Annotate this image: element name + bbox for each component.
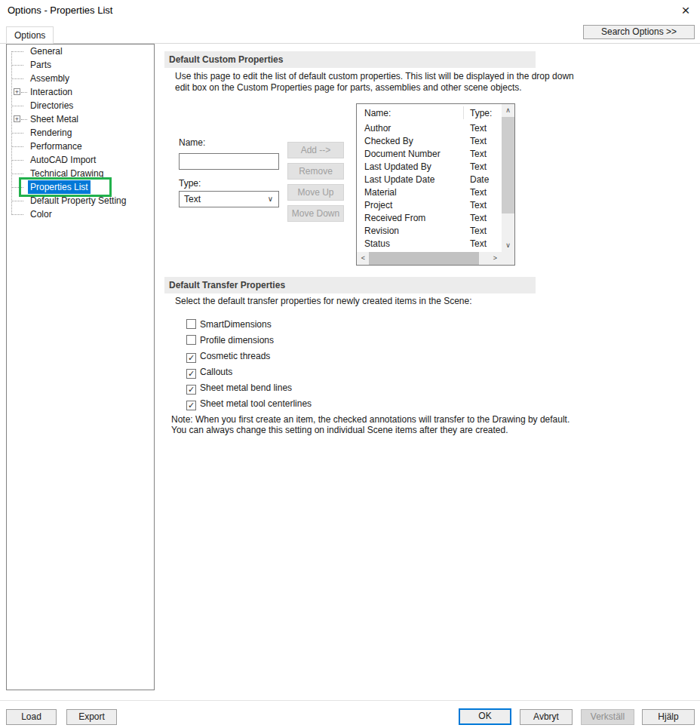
custom-properties-description: Use this page to edit the list of defaul… bbox=[175, 71, 574, 94]
checkbox-smartdimensions[interactable]: SmartDimensions bbox=[186, 319, 272, 331]
list-item[interactable]: Last Updated ByText bbox=[357, 161, 502, 174]
list-item[interactable]: Received FromText bbox=[357, 212, 502, 225]
tree-connector bbox=[12, 78, 23, 79]
vertical-scrollbar-thumb[interactable] bbox=[502, 117, 514, 213]
column-header-type: Type: bbox=[470, 104, 492, 122]
name-input[interactable] bbox=[179, 153, 279, 170]
note-text: Note: When you first create an item, the… bbox=[171, 414, 570, 435]
scroll-left-icon[interactable]: < bbox=[357, 252, 370, 265]
apply-button[interactable]: Verkställ bbox=[581, 709, 634, 725]
checkbox-box[interactable]: ✓ bbox=[186, 401, 196, 410]
note-line: Note: When you first create an item, the… bbox=[171, 414, 570, 425]
vertical-scrollbar[interactable]: ∧ ∨ bbox=[502, 104, 514, 252]
expand-plus-icon[interactable]: + bbox=[14, 115, 20, 122]
sidebar-item-autocad-import[interactable]: AutoCAD Import bbox=[7, 153, 154, 167]
listbox-header: Name: Type: bbox=[357, 104, 502, 122]
help-button[interactable]: Hjälp bbox=[642, 709, 695, 725]
list-item-type: Text bbox=[470, 238, 487, 250]
scroll-up-icon[interactable]: ∧ bbox=[502, 104, 514, 117]
checkbox-sheet-metal-tool-centerlines[interactable]: ✓Sheet metal tool centerlines bbox=[186, 398, 312, 410]
listbox-rows: AuthorText Checked ByText Document Numbe… bbox=[357, 122, 502, 250]
type-label: Type: bbox=[179, 178, 201, 189]
search-options-button[interactable]: Search Options >> bbox=[583, 25, 695, 39]
list-item[interactable]: RevisionText bbox=[357, 225, 502, 238]
horizontal-scrollbar[interactable]: < > bbox=[357, 252, 502, 265]
list-item-name: Checked By bbox=[364, 135, 413, 148]
tree-item-label: Parts bbox=[28, 58, 54, 72]
tree-connector bbox=[21, 119, 27, 120]
tree-item-label: General bbox=[28, 45, 65, 58]
list-item-type: Text bbox=[470, 225, 487, 238]
list-item[interactable]: AuthorText bbox=[357, 122, 502, 135]
sidebar-item-interaction[interactable]: +Interaction bbox=[7, 85, 154, 99]
sidebar-item-general[interactable]: General bbox=[7, 45, 154, 58]
checkbox-box[interactable]: ✓ bbox=[186, 385, 196, 395]
list-item-name: Last Update Date bbox=[364, 174, 434, 186]
sidebar-item-color[interactable]: Color bbox=[7, 207, 154, 221]
column-header-name: Name: bbox=[364, 104, 391, 122]
checkbox-label: Cosmetic threads bbox=[200, 351, 270, 361]
tree-item-label: Sheet Metal bbox=[28, 112, 81, 126]
sidebar-item-default-property-setting[interactable]: Default Property Setting bbox=[7, 194, 154, 207]
type-dropdown[interactable]: Text ∨ bbox=[179, 191, 279, 207]
sidebar-item-technical-drawing[interactable]: Technical Drawing bbox=[7, 167, 154, 180]
list-item[interactable]: Checked ByText bbox=[357, 135, 502, 148]
tree-connector bbox=[12, 187, 23, 188]
tree-connector bbox=[12, 106, 23, 106]
checkbox-box[interactable] bbox=[186, 319, 196, 329]
type-dropdown-value: Text bbox=[184, 194, 201, 204]
tree-connector bbox=[12, 65, 23, 66]
sidebar-item-directories[interactable]: Directories bbox=[7, 99, 154, 112]
load-button[interactable]: Load bbox=[6, 709, 57, 725]
horizontal-scrollbar-thumb[interactable] bbox=[369, 252, 479, 265]
list-item-type: Text bbox=[470, 122, 487, 135]
checkbox-box[interactable]: ✓ bbox=[186, 353, 196, 363]
properties-listbox[interactable]: Name: Type: AuthorText Checked ByText Do… bbox=[356, 103, 515, 266]
close-icon[interactable]: × bbox=[676, 2, 695, 20]
list-item[interactable]: ProjectText bbox=[357, 199, 502, 212]
checkbox-callouts[interactable]: ✓Callouts bbox=[186, 367, 232, 379]
tree-connector bbox=[12, 146, 23, 147]
note-line: You can always change this setting on in… bbox=[171, 425, 570, 435]
sidebar-item-rendering[interactable]: Rendering bbox=[7, 126, 154, 140]
list-item[interactable]: MaterialText bbox=[357, 186, 502, 199]
tree-connector bbox=[12, 133, 23, 134]
sidebar-item-sheet-metal[interactable]: +Sheet Metal bbox=[7, 112, 154, 126]
checkbox-sheet-metal-bend-lines[interactable]: ✓Sheet metal bend lines bbox=[186, 382, 292, 395]
list-item[interactable]: Last Update DateDate bbox=[357, 174, 502, 186]
scroll-right-icon[interactable]: > bbox=[489, 252, 502, 265]
add-button[interactable]: Add --> bbox=[287, 142, 344, 158]
list-item-name: Received From bbox=[364, 212, 425, 225]
description-line: Use this page to edit the list of defaul… bbox=[175, 71, 574, 82]
scroll-down-icon[interactable]: ∨ bbox=[502, 239, 514, 252]
tab-options[interactable]: Options bbox=[6, 26, 54, 44]
move-up-button[interactable]: Move Up bbox=[287, 184, 344, 201]
cancel-button[interactable]: Avbryt bbox=[520, 709, 573, 725]
scrollbar-corner bbox=[502, 252, 514, 265]
tree-item-label: Assembly bbox=[28, 72, 72, 85]
sidebar-item-performance[interactable]: Performance bbox=[7, 140, 154, 153]
checkbox-box[interactable]: ✓ bbox=[186, 369, 196, 379]
tree-item-label: Color bbox=[28, 207, 54, 221]
sidebar-item-properties-list[interactable]: Properties List bbox=[7, 180, 154, 194]
remove-button[interactable]: Remove bbox=[287, 163, 344, 180]
list-item-name: Last Updated By bbox=[364, 161, 431, 174]
ok-button[interactable]: OK bbox=[459, 708, 511, 725]
checkbox-box[interactable] bbox=[186, 335, 196, 345]
checkbox-cosmetic-threads[interactable]: ✓Cosmetic threads bbox=[186, 351, 270, 363]
export-button[interactable]: Export bbox=[66, 709, 117, 725]
list-item-name: Project bbox=[364, 199, 392, 212]
tree-item-label-selected: Properties List bbox=[28, 180, 91, 194]
list-item[interactable]: Document NumberText bbox=[357, 148, 502, 161]
list-item[interactable]: StatusText bbox=[357, 238, 502, 250]
section-header-transfer-properties: Default Transfer Properties bbox=[164, 277, 536, 293]
list-item-type: Date bbox=[470, 174, 489, 186]
sidebar-item-assembly[interactable]: Assembly bbox=[7, 72, 154, 85]
move-down-button[interactable]: Move Down bbox=[287, 205, 344, 222]
panel-bottom-divider bbox=[0, 700, 700, 701]
tree-connector bbox=[12, 174, 23, 174]
expand-plus-icon[interactable]: + bbox=[14, 88, 20, 95]
sidebar-item-parts[interactable]: Parts bbox=[7, 58, 154, 72]
checkbox-profile-dimensions[interactable]: Profile dimensions bbox=[186, 335, 274, 347]
list-item-name: Author bbox=[364, 122, 391, 135]
